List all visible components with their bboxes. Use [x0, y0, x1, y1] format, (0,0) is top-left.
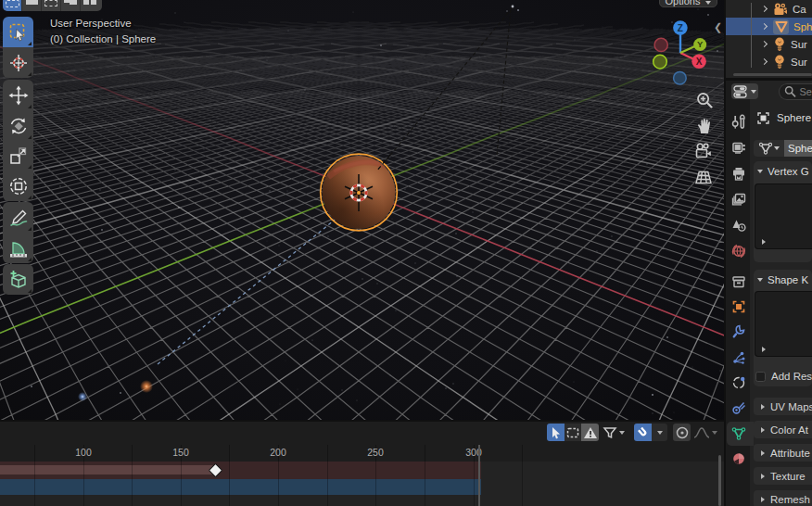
svg-text:Y: Y: [697, 39, 704, 49]
svg-text:X: X: [696, 57, 703, 67]
svg-text:Z: Z: [678, 23, 683, 33]
